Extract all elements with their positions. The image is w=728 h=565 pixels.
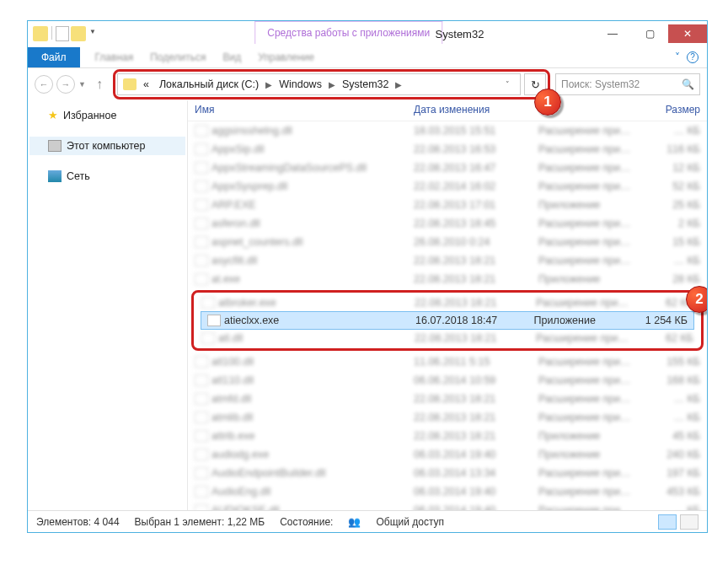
minimize-button[interactable]: — <box>594 24 631 43</box>
file-icon <box>195 273 208 285</box>
navigation-pane: ★ Избранное Этот компьютер Сеть <box>28 100 188 510</box>
ribbon-tab-manage[interactable]: Управление <box>249 48 323 67</box>
file-icon <box>195 504 208 510</box>
file-row[interactable]: AudioEng.dll06.03.2014 19:40Расширение п… <box>188 482 707 501</box>
status-item-count: Элементов: 4 044 <box>36 516 120 528</box>
qat-sep <box>51 26 52 40</box>
icons-view-button[interactable] <box>680 514 699 530</box>
sidebar-group-favorites[interactable]: ★ Избранное <box>29 105 185 125</box>
file-icon <box>195 374 208 386</box>
file-icon <box>201 297 215 309</box>
title-bar: ▼ Средства работы с приложениями System3… <box>28 21 707 46</box>
network-icon <box>48 170 62 182</box>
file-row[interactable]: atmfd.dll22.08.2013 18:21Расширение при…… <box>188 390 707 408</box>
folder-icon <box>33 26 48 41</box>
close-button[interactable]: ✕ <box>668 24 707 43</box>
file-row[interactable]: AppxStreamingDataSourcePS.dll22.08.2013 … <box>188 159 707 177</box>
file-row[interactable]: at.exe22.08.2013 18:21Приложение28 КБ <box>188 270 707 288</box>
qat-folder-icon <box>71 26 86 41</box>
file-row[interactable]: aspnet_counters.dll26.08.2010 0:24Расшир… <box>188 233 707 251</box>
file-icon <box>201 332 215 344</box>
file-row[interactable]: atl110.dll06.06.2014 10:59Расширение при… <box>188 371 707 390</box>
breadcrumb-c[interactable]: Локальный диск (C:) <box>156 78 262 90</box>
file-icon <box>195 255 208 266</box>
breadcrumb-prefix: « <box>140 78 153 90</box>
window-title: System32 <box>436 28 484 40</box>
file-list[interactable]: aggsinsshelng.dll18.03.2015 15:51Расшире… <box>188 121 707 510</box>
file-icon <box>195 143 208 155</box>
column-size[interactable]: Размер <box>645 104 700 116</box>
address-bar-highlight: « Локальный диск (C:) ▶ Windows ▶ System… <box>113 69 550 100</box>
file-row[interactable]: atbroker.exe 22.08.2013 18:21 Расширение… <box>195 293 700 312</box>
doc-icon <box>56 26 69 41</box>
search-icon: 🔍 <box>682 78 694 90</box>
search-input[interactable]: Поиск: System32 🔍 <box>555 73 700 95</box>
ribbon-tab-view[interactable]: Вид <box>214 48 249 67</box>
column-date[interactable]: Дата изменения <box>414 104 538 116</box>
file-row[interactable]: AUDIOKSE.dll06.03.2014 19:40Расширение п… <box>188 501 707 510</box>
file-icon <box>195 199 208 211</box>
qat-icons: ▼ <box>28 26 98 41</box>
file-date: 16.07.2018 18:47 <box>415 315 534 326</box>
file-icon <box>195 430 208 442</box>
help-icon[interactable]: ? <box>687 51 699 63</box>
chevron-right-icon[interactable]: ▶ <box>329 80 335 89</box>
file-row[interactable]: AppxSysprep.dll22.02.2014 16:02Расширени… <box>188 177 707 196</box>
file-row[interactable]: audiodg.exe06.03.2014 19:40Приложение240… <box>188 445 707 464</box>
address-bar[interactable]: « Локальный диск (C:) ▶ Windows ▶ System… <box>117 73 521 95</box>
file-row[interactable]: AudioEndpointBuilder.dll06.03.2014 13:34… <box>188 464 707 482</box>
status-state-value: Общий доступ <box>376 516 444 528</box>
breadcrumb-system32[interactable]: System32 <box>339 78 393 90</box>
file-icon <box>195 218 208 229</box>
exe-icon <box>207 315 221 326</box>
file-tab[interactable]: Файл <box>28 47 80 67</box>
file-row[interactable]: atmlib.dll22.08.2013 18:21Расширение при… <box>188 408 707 427</box>
ribbon-tab-home[interactable]: Главная <box>87 48 142 67</box>
window-buttons: — ▢ ✕ <box>594 24 707 43</box>
qat-dropdown-icon[interactable]: ▼ <box>88 26 98 41</box>
chevron-right-icon[interactable]: ▶ <box>265 80 272 89</box>
sidebar-label: Этот компьютер <box>67 140 145 152</box>
up-button[interactable]: ↑ <box>91 76 108 93</box>
back-button[interactable]: ← <box>35 75 53 94</box>
sidebar-label: Сеть <box>67 170 90 182</box>
chevron-right-icon[interactable]: ▶ <box>395 80 402 89</box>
nav-history-dropdown[interactable]: ▼ <box>78 80 86 89</box>
file-row[interactable]: asycfilt.dll22.08.2013 18:21Расширение п… <box>188 251 707 270</box>
file-name: atieclxx.exe <box>224 315 279 326</box>
column-headers: Имя Дата изменения Тип Размер <box>188 100 707 121</box>
ribbon-expand-icon[interactable]: ˅ <box>675 51 680 63</box>
selection-highlight: atbroker.exe 22.08.2013 18:21 Расширение… <box>191 290 704 351</box>
file-row[interactable]: ARP.EXE22.08.2013 17:01Приложение25 КБ <box>188 196 707 214</box>
file-icon <box>195 180 208 192</box>
view-switcher <box>658 514 699 530</box>
sidebar-item-network[interactable]: Сеть <box>29 167 185 186</box>
status-state-label: Состояние: <box>280 516 333 528</box>
file-row-selected[interactable]: atieclxx.exe 16.07.2018 18:47 Приложение… <box>201 311 694 330</box>
callout-1: 1 <box>534 89 561 116</box>
file-size: 1 254 КБ <box>634 315 688 326</box>
folder-icon <box>123 78 136 90</box>
column-name[interactable]: Имя <box>195 104 414 116</box>
file-icon <box>195 412 208 423</box>
file-row[interactable]: atl.dll 22.08.2013 18:21 Расширение при…… <box>195 329 700 347</box>
file-icon <box>195 393 208 405</box>
file-row[interactable]: aggsinsshelng.dll18.03.2015 15:51Расшире… <box>188 121 707 140</box>
shared-icon: 👥 <box>348 516 361 528</box>
breadcrumb-windows[interactable]: Windows <box>276 78 325 90</box>
file-icon <box>195 236 208 248</box>
forward-button[interactable]: → <box>56 75 75 94</box>
ribbon-tab-share[interactable]: Поделиться <box>142 48 214 67</box>
file-row[interactable]: asferon.dll22.08.2013 18:45Расширение пр… <box>188 214 707 233</box>
nav-arrows: ← → ▼ <box>35 75 86 94</box>
address-dropdown-icon[interactable]: ˅ <box>500 80 515 89</box>
file-row[interactable]: attrib.exe22.08.2013 18:21Приложение45 К… <box>188 427 707 445</box>
maximize-button[interactable]: ▢ <box>631 24 668 43</box>
sidebar-item-this-pc[interactable]: Этот компьютер <box>29 137 185 155</box>
file-row[interactable]: AppxSip.dll22.08.2013 16:53Расширение пр… <box>188 140 707 159</box>
file-row[interactable]: atl100.dll11.06.2011 5:15Расширение при…… <box>188 352 707 371</box>
pc-icon <box>48 140 62 152</box>
contextual-tab-label: Средства работы с приложениями <box>254 21 442 44</box>
navigation-row: ← → ▼ ↑ « Локальный диск (C:) ▶ Windows … <box>28 68 707 100</box>
details-view-button[interactable] <box>658 514 677 530</box>
